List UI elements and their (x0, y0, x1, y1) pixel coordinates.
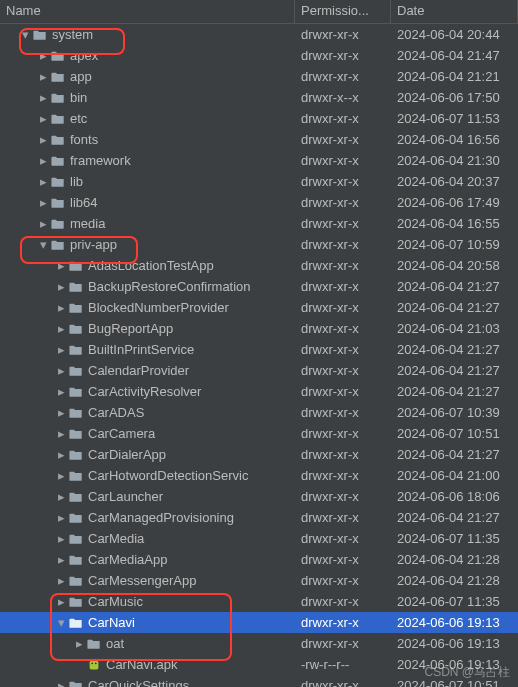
permissions-cell: drwxr-xr-x (295, 363, 391, 378)
tree-row[interactable]: ▸etcdrwxr-xr-x2024-06-07 11:53 (0, 108, 518, 129)
tree-row[interactable]: ▸CarActivityResolverdrwxr-xr-x2024-06-04… (0, 381, 518, 402)
name-cell: ▾system (0, 27, 295, 43)
tree-row[interactable]: ▸BugReportAppdrwxr-xr-x2024-06-04 21:03 (0, 318, 518, 339)
date-cell: 2024-06-04 21:27 (391, 279, 518, 294)
name-cell: ▸AdasLocationTestApp (0, 258, 295, 274)
name-cell: ▸CarActivityResolver (0, 384, 295, 400)
chevron-right-icon[interactable]: ▸ (36, 174, 50, 189)
chevron-right-icon[interactable]: ▸ (54, 447, 68, 462)
tree-row[interactable]: ▸BuiltInPrintServicedrwxr-xr-x2024-06-04… (0, 339, 518, 360)
date-cell: 2024-06-04 21:27 (391, 342, 518, 357)
folder-icon (68, 405, 84, 421)
chevron-right-icon[interactable]: ▸ (36, 216, 50, 231)
folder-icon (50, 111, 66, 127)
chevron-right-icon[interactable]: ▸ (54, 363, 68, 378)
permissions-cell: drwxr-xr-x (295, 174, 391, 189)
chevron-right-icon[interactable]: ▸ (36, 132, 50, 147)
tree-row[interactable]: ▸lib64drwxr-xr-x2024-06-06 17:49 (0, 192, 518, 213)
chevron-down-icon[interactable]: ▾ (36, 237, 50, 252)
chevron-right-icon[interactable]: ▸ (36, 111, 50, 126)
chevron-right-icon[interactable]: ▸ (54, 510, 68, 525)
tree-row[interactable]: ▸fontsdrwxr-xr-x2024-06-04 16:56 (0, 129, 518, 150)
tree-row[interactable]: ▸libdrwxr-xr-x2024-06-04 20:37 (0, 171, 518, 192)
name-cell: ▸etc (0, 111, 295, 127)
date-cell: 2024-06-04 20:44 (391, 27, 518, 42)
row-name-label: CalendarProvider (88, 363, 189, 378)
folder-icon (50, 195, 66, 211)
chevron-right-icon[interactable]: ▸ (36, 195, 50, 210)
tree-row[interactable]: ▾CarNavidrwxr-xr-x2024-06-06 19:13 (0, 612, 518, 633)
row-name-label: AdasLocationTestApp (88, 258, 214, 273)
chevron-right-icon[interactable]: ▸ (54, 573, 68, 588)
folder-icon (50, 216, 66, 232)
chevron-right-icon[interactable]: ▸ (54, 342, 68, 357)
permissions-cell: drwxr-xr-x (295, 279, 391, 294)
chevron-down-icon[interactable]: ▾ (54, 615, 68, 630)
tree-row[interactable]: ▸BlockedNumberProviderdrwxr-xr-x2024-06-… (0, 297, 518, 318)
tree-row[interactable]: ▸CarCameradrwxr-xr-x2024-06-07 10:51 (0, 423, 518, 444)
chevron-right-icon[interactable]: ▸ (54, 384, 68, 399)
chevron-right-icon[interactable]: ▸ (54, 426, 68, 441)
tree-row[interactable]: ▸BackupRestoreConfirmationdrwxr-xr-x2024… (0, 276, 518, 297)
tree-row[interactable]: ▸frameworkdrwxr-xr-x2024-06-04 21:30 (0, 150, 518, 171)
chevron-right-icon[interactable]: ▸ (54, 489, 68, 504)
chevron-right-icon[interactable]: ▸ (54, 258, 68, 273)
chevron-right-icon[interactable]: ▸ (72, 636, 86, 651)
date-cell: 2024-06-04 21:28 (391, 573, 518, 588)
tree-row[interactable]: ▸bindrwxr-x--x2024-06-06 17:50 (0, 87, 518, 108)
tree-row[interactable]: ▸apexdrwxr-xr-x2024-06-04 21:47 (0, 45, 518, 66)
folder-icon (68, 573, 84, 589)
date-cell: 2024-06-04 21:00 (391, 468, 518, 483)
folder-icon (68, 510, 84, 526)
tree-row[interactable]: ▸CarMusicdrwxr-xr-x2024-06-07 11:35 (0, 591, 518, 612)
col-header-date[interactable]: Date (391, 0, 518, 23)
tree-row[interactable]: ▸CarLauncherdrwxr-xr-x2024-06-06 18:06 (0, 486, 518, 507)
tree-row[interactable]: ▸oatdrwxr-xr-x2024-06-06 19:13 (0, 633, 518, 654)
name-cell: ▸BuiltInPrintService (0, 342, 295, 358)
tree-row[interactable]: ▸CalendarProviderdrwxr-xr-x2024-06-04 21… (0, 360, 518, 381)
permissions-cell: drwxr-xr-x (295, 132, 391, 147)
chevron-right-icon[interactable]: ▸ (54, 552, 68, 567)
chevron-right-icon[interactable]: ▸ (54, 279, 68, 294)
row-name-label: CarNavi (88, 615, 135, 630)
tree-row[interactable]: ▾systemdrwxr-xr-x2024-06-04 20:44 (0, 24, 518, 45)
chevron-right-icon[interactable]: ▸ (54, 678, 68, 687)
folder-icon (50, 237, 66, 253)
chevron-right-icon[interactable]: ▸ (54, 531, 68, 546)
name-cell: ▸CarMusic (0, 594, 295, 610)
permissions-cell: drwxr-xr-x (295, 405, 391, 420)
tree-row[interactable]: ▸CarMessengerAppdrwxr-xr-x2024-06-04 21:… (0, 570, 518, 591)
chevron-down-icon[interactable]: ▾ (18, 27, 32, 42)
folder-icon (68, 384, 84, 400)
tree-row[interactable]: ▸CarMediadrwxr-xr-x2024-06-07 11:35 (0, 528, 518, 549)
tree-row[interactable]: ▸mediadrwxr-xr-x2024-06-04 16:55 (0, 213, 518, 234)
col-header-name[interactable]: Name (0, 0, 295, 23)
chevron-right-icon[interactable]: ▸ (36, 48, 50, 63)
date-cell: 2024-06-06 17:49 (391, 195, 518, 210)
chevron-right-icon[interactable]: ▸ (36, 69, 50, 84)
tree-body: ▾systemdrwxr-xr-x2024-06-04 20:44▸apexdr… (0, 24, 518, 687)
tree-row[interactable]: ▾priv-appdrwxr-xr-x2024-06-07 10:59 (0, 234, 518, 255)
permissions-cell: drwxr-xr-x (295, 195, 391, 210)
chevron-right-icon[interactable]: ▸ (54, 300, 68, 315)
row-name-label: bin (70, 90, 87, 105)
name-cell: ▸lib64 (0, 195, 295, 211)
chevron-right-icon[interactable]: ▸ (54, 321, 68, 336)
chevron-right-icon[interactable]: ▸ (54, 594, 68, 609)
tree-row[interactable]: ▸CarMediaAppdrwxr-xr-x2024-06-04 21:28 (0, 549, 518, 570)
name-cell: ▸CarMedia (0, 531, 295, 547)
tree-row[interactable]: ▸appdrwxr-xr-x2024-06-04 21:21 (0, 66, 518, 87)
folder-icon (32, 27, 48, 43)
tree-row[interactable]: ▸CarManagedProvisioningdrwxr-xr-x2024-06… (0, 507, 518, 528)
chevron-right-icon[interactable]: ▸ (54, 468, 68, 483)
tree-row[interactable]: ▸CarADASdrwxr-xr-x2024-06-07 10:39 (0, 402, 518, 423)
chevron-right-icon[interactable]: ▸ (54, 405, 68, 420)
permissions-cell: drwxr-xr-x (295, 615, 391, 630)
tree-row[interactable]: ▸CarHotwordDetectionServicdrwxr-xr-x2024… (0, 465, 518, 486)
tree-row[interactable]: ▸CarDialerAppdrwxr-xr-x2024-06-04 21:27 (0, 444, 518, 465)
chevron-right-icon[interactable]: ▸ (36, 153, 50, 168)
tree-row[interactable]: ▸AdasLocationTestAppdrwxr-xr-x2024-06-04… (0, 255, 518, 276)
chevron-right-icon[interactable]: ▸ (36, 90, 50, 105)
folder-icon (68, 363, 84, 379)
col-header-permissions[interactable]: Permissio... (295, 0, 391, 23)
